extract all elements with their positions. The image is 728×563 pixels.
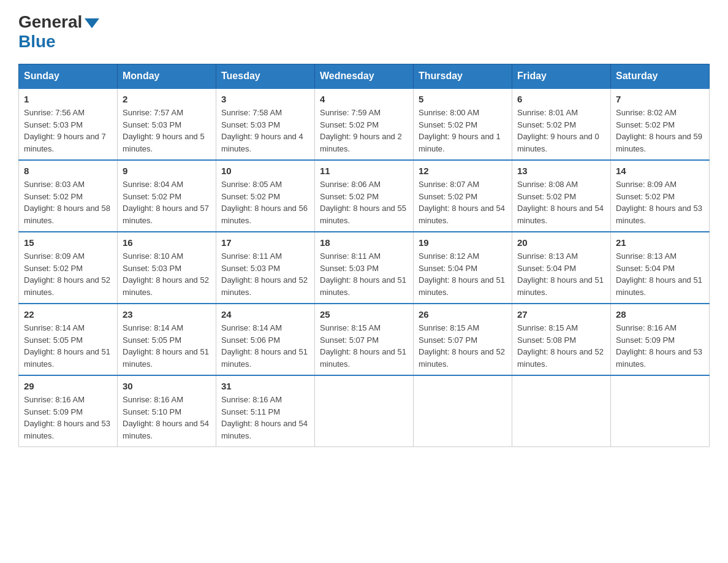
day-info: Sunrise: 8:16 AMSunset: 5:09 PMDaylight:… xyxy=(616,322,704,370)
day-number: 3 xyxy=(221,94,309,104)
day-info: Sunrise: 8:11 AMSunset: 5:03 PMDaylight:… xyxy=(320,250,408,298)
day-info: Sunrise: 8:07 AMSunset: 5:02 PMDaylight:… xyxy=(419,178,507,226)
day-info: Sunrise: 8:01 AMSunset: 5:02 PMDaylight:… xyxy=(517,107,605,155)
day-number: 6 xyxy=(517,94,605,104)
day-number: 24 xyxy=(221,309,309,320)
calendar-cell: 19Sunrise: 8:12 AMSunset: 5:04 PMDayligh… xyxy=(414,232,512,304)
calendar-cell: 8Sunrise: 8:03 AMSunset: 5:02 PMDaylight… xyxy=(19,160,118,232)
day-number: 12 xyxy=(419,166,507,176)
day-info: Sunrise: 8:02 AMSunset: 5:02 PMDaylight:… xyxy=(616,107,704,155)
day-number: 9 xyxy=(123,166,211,176)
day-number: 1 xyxy=(24,94,112,104)
day-info: Sunrise: 8:16 AMSunset: 5:10 PMDaylight:… xyxy=(123,394,211,442)
day-number: 17 xyxy=(221,237,309,248)
day-of-week-friday: Friday xyxy=(512,64,611,89)
day-number: 7 xyxy=(616,94,704,104)
day-number: 10 xyxy=(221,166,309,176)
day-number: 23 xyxy=(123,309,211,320)
logo: General Blue xyxy=(18,12,99,52)
day-info: Sunrise: 8:12 AMSunset: 5:04 PMDaylight:… xyxy=(419,250,507,298)
calendar-cell: 15Sunrise: 8:09 AMSunset: 5:02 PMDayligh… xyxy=(19,232,118,304)
day-number: 29 xyxy=(24,381,112,391)
day-info: Sunrise: 7:56 AMSunset: 5:03 PMDaylight:… xyxy=(24,107,112,155)
day-info: Sunrise: 8:08 AMSunset: 5:02 PMDaylight:… xyxy=(517,178,605,226)
calendar-week-5: 29Sunrise: 8:16 AMSunset: 5:09 PMDayligh… xyxy=(19,375,710,447)
calendar-cell: 21Sunrise: 8:13 AMSunset: 5:04 PMDayligh… xyxy=(611,232,710,304)
calendar-cell: 29Sunrise: 8:16 AMSunset: 5:09 PMDayligh… xyxy=(19,375,118,447)
calendar-cell: 24Sunrise: 8:14 AMSunset: 5:06 PMDayligh… xyxy=(216,304,315,375)
day-info: Sunrise: 8:00 AMSunset: 5:02 PMDaylight:… xyxy=(419,107,507,155)
day-info: Sunrise: 8:11 AMSunset: 5:03 PMDaylight:… xyxy=(221,250,309,298)
day-number: 16 xyxy=(123,237,211,248)
calendar-cell: 10Sunrise: 8:05 AMSunset: 5:02 PMDayligh… xyxy=(216,160,315,232)
calendar-cell: 7Sunrise: 8:02 AMSunset: 5:02 PMDaylight… xyxy=(611,88,710,160)
calendar-table: SundayMondayTuesdayWednesdayThursdayFrid… xyxy=(18,64,710,447)
day-number: 21 xyxy=(616,237,704,248)
day-info: Sunrise: 8:14 AMSunset: 5:06 PMDaylight:… xyxy=(221,322,309,370)
calendar-cell: 25Sunrise: 8:15 AMSunset: 5:07 PMDayligh… xyxy=(315,304,414,375)
day-number: 30 xyxy=(123,381,211,391)
calendar-cell: 12Sunrise: 8:07 AMSunset: 5:02 PMDayligh… xyxy=(414,160,512,232)
day-info: Sunrise: 8:09 AMSunset: 5:02 PMDaylight:… xyxy=(616,178,704,226)
logo-general: General xyxy=(18,12,99,32)
day-number: 27 xyxy=(517,309,605,320)
calendar-cell: 4Sunrise: 7:59 AMSunset: 5:02 PMDaylight… xyxy=(315,88,414,160)
day-number: 4 xyxy=(320,94,408,104)
day-info: Sunrise: 8:04 AMSunset: 5:02 PMDaylight:… xyxy=(123,178,211,226)
day-info: Sunrise: 8:16 AMSunset: 5:09 PMDaylight:… xyxy=(24,394,112,442)
calendar-cell: 6Sunrise: 8:01 AMSunset: 5:02 PMDaylight… xyxy=(512,88,611,160)
day-info: Sunrise: 7:59 AMSunset: 5:02 PMDaylight:… xyxy=(320,107,408,155)
calendar-cell: 26Sunrise: 8:15 AMSunset: 5:07 PMDayligh… xyxy=(414,304,512,375)
day-info: Sunrise: 8:15 AMSunset: 5:08 PMDaylight:… xyxy=(517,322,605,370)
calendar-cell: 5Sunrise: 8:00 AMSunset: 5:02 PMDaylight… xyxy=(414,88,512,160)
calendar-cell: 1Sunrise: 7:56 AMSunset: 5:03 PMDaylight… xyxy=(19,88,118,160)
calendar-week-4: 22Sunrise: 8:14 AMSunset: 5:05 PMDayligh… xyxy=(19,304,710,375)
day-number: 25 xyxy=(320,309,408,320)
calendar-cell xyxy=(512,375,611,447)
calendar-week-2: 8Sunrise: 8:03 AMSunset: 5:02 PMDaylight… xyxy=(19,160,710,232)
day-number: 22 xyxy=(24,309,112,320)
calendar-cell: 11Sunrise: 8:06 AMSunset: 5:02 PMDayligh… xyxy=(315,160,414,232)
day-number: 11 xyxy=(320,166,408,176)
day-number: 15 xyxy=(24,237,112,248)
day-info: Sunrise: 8:16 AMSunset: 5:11 PMDaylight:… xyxy=(221,394,309,442)
day-info: Sunrise: 8:13 AMSunset: 5:04 PMDaylight:… xyxy=(517,250,605,298)
day-number: 20 xyxy=(517,237,605,248)
calendar-cell xyxy=(315,375,414,447)
day-number: 18 xyxy=(320,237,408,248)
days-of-week-row: SundayMondayTuesdayWednesdayThursdayFrid… xyxy=(19,64,710,89)
calendar-cell: 27Sunrise: 8:15 AMSunset: 5:08 PMDayligh… xyxy=(512,304,611,375)
logo-arrow-icon xyxy=(85,18,99,28)
day-info: Sunrise: 8:13 AMSunset: 5:04 PMDaylight:… xyxy=(616,250,704,298)
calendar-cell xyxy=(611,375,710,447)
logo-general-text: General xyxy=(18,12,82,32)
calendar-cell: 18Sunrise: 8:11 AMSunset: 5:03 PMDayligh… xyxy=(315,232,414,304)
day-of-week-thursday: Thursday xyxy=(414,64,512,89)
calendar-cell: 20Sunrise: 8:13 AMSunset: 5:04 PMDayligh… xyxy=(512,232,611,304)
day-info: Sunrise: 8:05 AMSunset: 5:02 PMDaylight:… xyxy=(221,178,309,226)
day-number: 19 xyxy=(419,237,507,248)
day-info: Sunrise: 8:09 AMSunset: 5:02 PMDaylight:… xyxy=(24,250,112,298)
calendar-cell: 30Sunrise: 8:16 AMSunset: 5:10 PMDayligh… xyxy=(118,375,216,447)
day-info: Sunrise: 8:06 AMSunset: 5:02 PMDaylight:… xyxy=(320,178,408,226)
day-of-week-tuesday: Tuesday xyxy=(216,64,315,89)
day-info: Sunrise: 8:14 AMSunset: 5:05 PMDaylight:… xyxy=(24,322,112,370)
calendar-cell: 3Sunrise: 7:58 AMSunset: 5:03 PMDaylight… xyxy=(216,88,315,160)
day-info: Sunrise: 8:03 AMSunset: 5:02 PMDaylight:… xyxy=(24,178,112,226)
calendar-cell: 14Sunrise: 8:09 AMSunset: 5:02 PMDayligh… xyxy=(611,160,710,232)
calendar-week-3: 15Sunrise: 8:09 AMSunset: 5:02 PMDayligh… xyxy=(19,232,710,304)
calendar-cell: 28Sunrise: 8:16 AMSunset: 5:09 PMDayligh… xyxy=(611,304,710,375)
day-info: Sunrise: 8:15 AMSunset: 5:07 PMDaylight:… xyxy=(320,322,408,370)
day-number: 5 xyxy=(419,94,507,104)
calendar-cell xyxy=(414,375,512,447)
day-info: Sunrise: 8:10 AMSunset: 5:03 PMDaylight:… xyxy=(123,250,211,298)
day-of-week-saturday: Saturday xyxy=(611,64,710,89)
day-number: 31 xyxy=(221,381,309,391)
calendar-cell: 16Sunrise: 8:10 AMSunset: 5:03 PMDayligh… xyxy=(118,232,216,304)
day-number: 14 xyxy=(616,166,704,176)
day-number: 28 xyxy=(616,309,704,320)
calendar-week-1: 1Sunrise: 7:56 AMSunset: 5:03 PMDaylight… xyxy=(19,88,710,160)
calendar-cell: 9Sunrise: 8:04 AMSunset: 5:02 PMDaylight… xyxy=(118,160,216,232)
calendar-cell: 23Sunrise: 8:14 AMSunset: 5:05 PMDayligh… xyxy=(118,304,216,375)
calendar-cell: 13Sunrise: 8:08 AMSunset: 5:02 PMDayligh… xyxy=(512,160,611,232)
